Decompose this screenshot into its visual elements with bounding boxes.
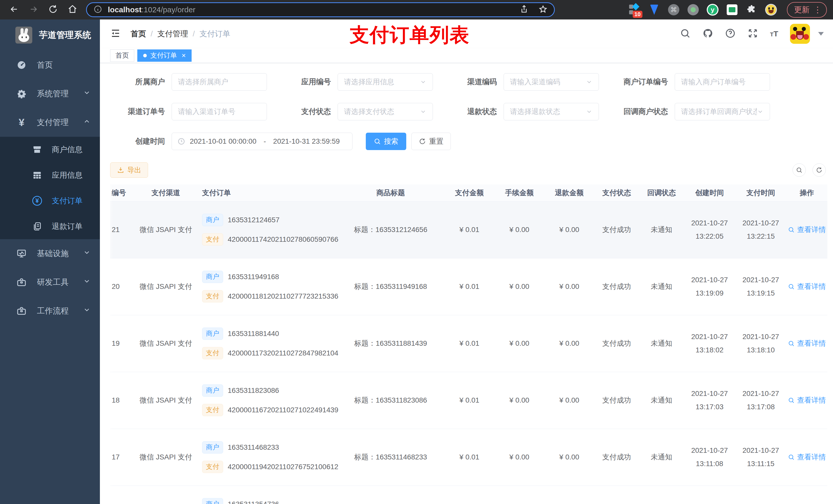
update-button[interactable]: 更新 ⋮ [787,2,827,18]
extension-badge: 10 [633,11,642,18]
create-time-label: 创建时间 [110,136,172,146]
sidebar-item-infra[interactable]: 基础设施 [0,239,100,268]
search-button[interactable]: 搜索 [366,133,406,150]
sidebar-logo[interactable]: 芋道管理系统 [0,20,100,51]
extension-kite-icon[interactable] [648,4,660,16]
pay-tag: 支付 [202,347,223,359]
browser-nav-buttons [9,4,77,15]
view-detail-link[interactable]: 查看详情 [788,339,826,348]
home-icon[interactable] [68,4,77,15]
refund-status-select[interactable]: 请选择退款状态 [504,103,599,120]
font-size-icon[interactable]: TT [770,29,778,38]
avatar[interactable] [790,24,810,44]
cell-title: 标题：1635311949168 [337,258,445,315]
sidebar-item-devtools[interactable]: 研发工具 [0,268,100,296]
cell-fee: ¥ 0.00 [494,258,544,315]
fullscreen-icon[interactable] [747,28,758,40]
sidebar-item-merchant-info[interactable]: 商户信息 [0,137,100,162]
sidebar-item-workflow[interactable]: 工作流程 [0,296,100,325]
chevron-down-icon [757,108,764,115]
cell-title: 标题：1635311823086 [337,372,445,429]
merchant-input[interactable] [172,73,267,91]
sidebar-item-refund-order[interactable]: 退款订单 [0,214,100,239]
refresh-table-button[interactable] [812,163,826,177]
help-icon[interactable] [725,28,736,40]
url-bar[interactable]: localhost:1024/pay/order [86,2,555,17]
export-button[interactable]: 导出 [110,162,148,178]
search-icon [796,167,803,173]
cell-channel: 微信 JSAPI 支付 [138,315,193,372]
table-toolbar: 导出 [110,162,833,178]
cell-pay-status [594,485,639,504]
chevron-down-icon [83,306,91,316]
cell-pay-status: 支付成功 [594,258,639,315]
reload-icon[interactable] [48,4,58,15]
back-icon[interactable] [9,4,19,15]
cell-actions: 查看详情 [786,201,827,258]
sidebar-item-label: 首页 [37,60,53,70]
avatar-caret-icon[interactable] [818,32,824,35]
app-label: 应用编号 [276,77,338,87]
extension-record-icon[interactable] [687,4,699,16]
cell-order: 商户1635311468233 支付4200001194202110276752… [193,429,337,485]
forward-icon[interactable] [29,4,39,15]
app-select[interactable]: 请选择应用信息 [338,73,433,91]
cell-id: 21 [110,201,138,258]
cell-pay-time: 2021-10-2713:17:08 [735,372,786,429]
sidebar-item-label: 工作流程 [37,306,69,316]
view-detail-link[interactable]: 查看详情 [788,282,826,291]
bookmark-star-icon[interactable] [539,5,547,15]
breadcrumb-section[interactable]: 支付管理 [157,29,188,39]
extension-y-icon[interactable]: y [707,4,719,16]
channel-code-label: 渠道编码 [442,77,504,87]
browser-menu-icon[interactable]: ⋮ [813,5,822,15]
share-icon[interactable] [520,5,528,15]
col-id: 编号 [110,184,138,201]
sidebar-item-home[interactable]: 首页 [0,51,100,79]
toggle-search-button[interactable] [792,163,806,177]
document-icon [32,221,43,232]
site-info-icon[interactable] [94,5,102,15]
tab-pay-order[interactable]: 支付订单 × [137,49,192,62]
merchant-order-no-input[interactable] [675,73,770,91]
cell-channel: 微信 JSAPI 支付 [138,258,193,315]
cell-actions [786,485,827,504]
close-tab-icon[interactable]: × [182,52,186,59]
collapse-sidebar-icon[interactable] [110,28,121,40]
search-icon[interactable] [680,28,691,40]
merchant-order-no-label: 商户订单编号 [608,77,675,87]
tab-home[interactable]: 首页 [110,49,134,62]
sidebar-item-label: 支付管理 [37,117,69,128]
view-detail-link[interactable]: 查看详情 [788,452,826,462]
merchant-tag: 商户 [202,214,223,226]
github-icon[interactable] [703,28,713,40]
extension-emoji-icon[interactable] [765,4,777,16]
extension-command-icon[interactable]: ⌘ [668,4,680,16]
channel-code-select[interactable]: 请输入渠道编码 [504,73,599,91]
view-detail-link[interactable]: 查看详情 [788,395,826,405]
create-time-range-input[interactable]: 2021-10-01 00:00:00 - 2021-10-31 23:59:5… [172,133,353,150]
extensions-puzzle-icon[interactable] [745,4,758,16]
reset-button[interactable]: 重置 [411,133,451,150]
update-label: 更新 [794,5,809,15]
coin-yen-icon: ¥ [32,195,43,206]
sidebar-item-pay[interactable]: ¥ 支付管理 [0,108,100,137]
cell-pay-status: 支付成功 [594,372,639,429]
dashboard-icon [16,59,27,71]
sidebar-item-app-info[interactable]: 应用信息 [0,162,100,188]
cell-pay-time: 2021-10-2713:18:10 [735,315,786,372]
callback-status-select[interactable]: 请选择订单回调商户状态 [675,103,770,120]
pay-status-select[interactable]: 请选择支付状态 [338,103,433,120]
breadcrumb-home[interactable]: 首页 [130,29,146,39]
extension-chat-icon[interactable] [726,4,738,16]
page-content: 所属商户 应用编号 请选择应用信息 渠道编码 请输入渠道编码 商户订单编号 [100,63,833,504]
cell-title: 标题：1635311881439 [337,315,445,372]
url-text: localhost:1024/pay/order [108,5,520,14]
channel-order-no-input[interactable] [172,103,267,120]
sidebar-menu: 首页 系统管理 ¥ 支付管理 商户信息 [0,51,100,325]
sidebar-item-system[interactable]: 系统管理 [0,79,100,108]
extension-tag-icon[interactable]: 10 [628,4,641,16]
cell-amount: ¥ 0.01 [445,372,494,429]
view-detail-link[interactable]: 查看详情 [788,225,826,235]
sidebar-item-pay-order[interactable]: ¥ 支付订单 [0,188,100,214]
